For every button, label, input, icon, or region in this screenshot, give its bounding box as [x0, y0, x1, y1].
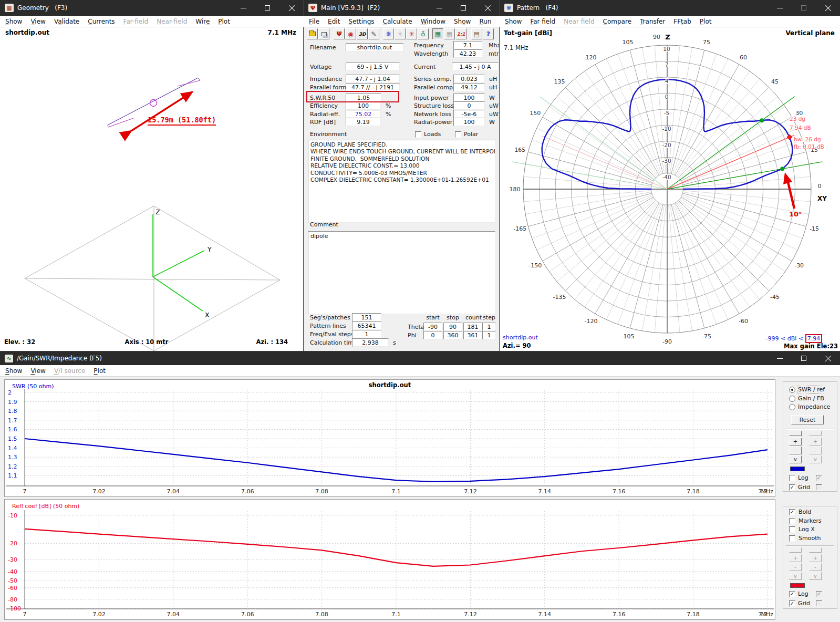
field-radiat-power[interactable]: 100 — [453, 118, 485, 126]
menu-item-currents[interactable]: Currents — [84, 16, 119, 27]
menu-item-file[interactable]: File — [305, 16, 324, 27]
grid-checkbox-bottom[interactable]: ✓ — [789, 600, 795, 607]
refl-plot-panel[interactable]: -10-20-30-40-50-60-80-10077.027.047.067.… — [4, 499, 775, 620]
maximize-button[interactable] — [255, 0, 279, 16]
minimize-button[interactable] — [231, 0, 255, 16]
menu-item-settings[interactable]: Settings — [344, 16, 378, 27]
radio-impedance[interactable] — [789, 404, 795, 410]
menu-item-plot[interactable]: Plot — [89, 366, 110, 376]
pattern-titlebar[interactable]: ❋ Pattern (F4) — [500, 0, 840, 16]
sweep-theta-count[interactable]: 181 — [463, 323, 482, 331]
loads-checkbox[interactable] — [415, 131, 421, 138]
sweep-theta-start[interactable]: -90 — [423, 323, 442, 331]
toolbar-viewer-3d-icon[interactable]: 3D — [357, 28, 368, 39]
radio-swr-ref[interactable] — [789, 387, 795, 393]
toolbar-run-antenna-icon[interactable]: Ψ — [334, 28, 345, 39]
grid-checkbox-top[interactable]: ✓ — [789, 484, 795, 491]
toolbar-book-icon[interactable]: ▤ — [471, 28, 482, 39]
menu-item-wire[interactable]: Wire — [191, 16, 214, 27]
scale--left[interactable]: - — [789, 447, 802, 454]
checkbox-markers[interactable] — [789, 518, 795, 524]
menu-item-compare[interactable]: Compare — [599, 16, 636, 27]
close-button[interactable] — [816, 0, 840, 16]
menu-item-edit[interactable]: Edit — [324, 16, 344, 27]
menu-item-plot[interactable]: Plot — [214, 16, 234, 27]
menu-item-show[interactable]: Show — [1, 16, 26, 27]
main-titlebar[interactable]: Ψ Main [V5.9.3] (F2) — [304, 0, 500, 16]
menu-item-validate[interactable]: Validate — [50, 16, 84, 27]
field-voltage[interactable]: 69 - j 1.5 V — [346, 63, 400, 71]
toolbar-geometry-grid-icon[interactable]: ▦ — [432, 28, 443, 39]
menu-item-show[interactable]: Show — [501, 16, 526, 27]
reset-button[interactable]: Reset — [791, 415, 824, 424]
field-series-comp[interactable]: 0.023 — [453, 75, 485, 83]
menu-item-window[interactable]: Window — [417, 16, 450, 27]
field-seg-s-patches[interactable]: 151 — [352, 313, 381, 322]
polar-checkbox[interactable] — [455, 131, 461, 138]
sweep-phi-stop[interactable]: 360 — [443, 331, 462, 339]
field-current[interactable]: 1.45 - j 0 A — [452, 63, 499, 71]
comment-box[interactable]: dipole — [308, 231, 495, 314]
minimize-button[interactable] — [768, 351, 792, 365]
menu-item-far-field[interactable]: Far field — [526, 16, 559, 27]
close-button[interactable] — [279, 0, 304, 16]
refl-color-swatch[interactable] — [790, 583, 805, 588]
maximize-button[interactable] — [451, 0, 475, 16]
geometry-titlebar[interactable]: ▦ Geometry (F3) — [0, 0, 304, 16]
field-pattern-lines[interactable]: 65341 — [352, 322, 381, 330]
pattern-canvas[interactable]: 10740-5-10-20-30-40015304560759010512013… — [500, 27, 840, 351]
sweep-phi-start[interactable]: 0 — [423, 331, 442, 339]
f5-titlebar[interactable]: ∿ /Gain/SWR/Impedance (F5) — [0, 351, 840, 365]
sweep-phi-count[interactable]: 361 — [463, 331, 482, 339]
wavelength-input[interactable]: 42.23 — [453, 49, 482, 58]
maximize-button[interactable] — [792, 0, 816, 16]
toolbar-file-stack-icon[interactable] — [318, 28, 329, 39]
menu-item-show[interactable]: Show — [1, 366, 26, 376]
menu-item-view[interactable]: View — [26, 16, 49, 27]
toolbar-near-field-rays-icon[interactable]: ✳ — [395, 28, 406, 39]
geometry-canvas[interactable]: shortdip.out 7.1 MHz Z Y X — [0, 27, 304, 351]
toolbar-open-file-icon[interactable] — [307, 28, 318, 39]
field-efficiency[interactable]: 100 — [346, 101, 381, 110]
toolbar-edit-notepad-icon[interactable]: ✎ — [368, 28, 379, 39]
menu-item-run[interactable]: Run — [475, 16, 495, 27]
sweep-phi-step[interactable]: 1 — [482, 331, 496, 339]
log-checkbox-top[interactable] — [789, 475, 795, 481]
swr-plot-panel[interactable]: 21.91.81.71.61.51.41.31.21.177.027.047.0… — [4, 379, 775, 497]
field-structure-loss[interactable]: 0 — [453, 101, 485, 110]
minimize-button[interactable] — [427, 0, 451, 16]
menu-item-fftab[interactable]: FFtab — [669, 16, 696, 27]
menu-item-plot[interactable]: Plot — [696, 16, 716, 27]
field-freq-eval-steps[interactable]: 1 — [352, 330, 381, 338]
toolbar-geometry-ball-icon[interactable]: ◉ — [345, 28, 356, 39]
field-parallel-comp[interactable]: 49.12 — [453, 83, 485, 91]
log-checkbox-bottom[interactable]: ✓ — [789, 591, 795, 597]
toolbar-help-icon[interactable]: ? — [483, 28, 494, 39]
field-network-loss[interactable]: -5e-6 — [453, 110, 485, 118]
sweep-theta-stop[interactable]: 90 — [443, 323, 462, 331]
toolbar-world-icon[interactable]: ♁ — [418, 28, 429, 39]
scale-blank-left[interactable] — [789, 431, 802, 436]
toolbar-optimizer-star-icon[interactable]: ✳ — [406, 28, 417, 39]
field-calculation-time[interactable]: 2.938 — [352, 338, 389, 347]
field-impedance[interactable]: 47.7 - j 1.04 — [346, 75, 400, 83]
checkbox-bold[interactable]: ✓ — [789, 509, 795, 515]
close-button[interactable] — [816, 351, 840, 365]
frequency-input[interactable]: 7.1 — [453, 41, 482, 49]
swr-color-swatch[interactable] — [790, 466, 805, 471]
scale-v-left[interactable]: v — [789, 455, 802, 463]
toolbar-scale-1-1-icon[interactable]: 1:1 — [455, 28, 466, 39]
checkbox-log-x[interactable] — [789, 526, 795, 533]
field-s-w-r-50[interactable]: 1.05 — [346, 94, 381, 102]
sweep-theta-step[interactable]: 1 — [482, 323, 496, 331]
checkbox-smooth[interactable] — [789, 535, 795, 542]
toolbar-pattern-grid-icon[interactable]: ▦ — [444, 28, 455, 39]
menu-item-transfer[interactable]: Transfer — [636, 16, 669, 27]
field-radiat-eff[interactable]: 75.02 — [346, 110, 381, 118]
menu-item-calculate[interactable]: Calculate — [379, 16, 417, 27]
maximize-button[interactable] — [792, 351, 816, 365]
minimize-button[interactable] — [768, 0, 792, 16]
field-rdf-db[interactable]: 9.19 — [346, 118, 381, 126]
field-input-power[interactable]: 100 — [453, 94, 485, 102]
radio-gain-fb[interactable] — [789, 396, 795, 402]
